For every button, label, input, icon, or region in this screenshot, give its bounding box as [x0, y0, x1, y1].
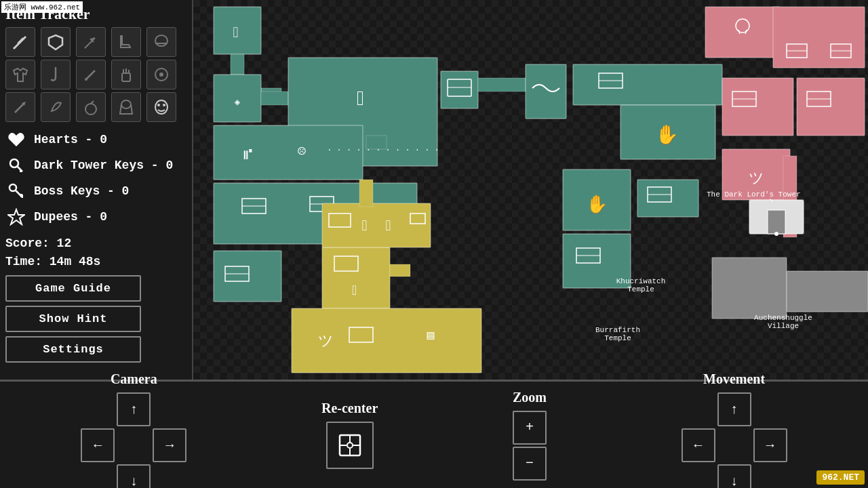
svg-text:☹: ☹ [298, 144, 306, 160]
svg-point-6 [85, 78, 87, 81]
heart-icon [5, 129, 27, 150]
svg-point-14 [85, 104, 96, 115]
svg-point-16 [121, 100, 131, 108]
svg-rect-78 [390, 264, 410, 277]
item-bomb[interactable] [76, 92, 106, 122]
dark-tower-keys-stat: Dark Tower Keys - 0 [5, 155, 186, 176]
burrafirth-label: Burrafirth [595, 326, 640, 334]
item-shield[interactable] [41, 27, 71, 57]
watermark-top: 乐游网 www.962.net [1, 1, 83, 13]
items-grid [5, 27, 186, 122]
svg-text:𓆙: 𓆙 [385, 218, 394, 235]
dark-tower-keys-label: Dark Tower Keys - 0 [34, 159, 173, 172]
svg-point-19 [163, 104, 165, 106]
svg-line-2 [85, 38, 95, 48]
zoom-label: Zoom [513, 390, 547, 405]
svg-rect-113 [712, 258, 787, 319]
svg-line-0 [14, 37, 26, 49]
svg-point-18 [157, 104, 160, 106]
boss-keys-stat: Boss Keys - 0 [5, 180, 186, 202]
zoom-control: Zoom + − [513, 390, 547, 481]
auchenshuggle-label: Auchenshuggle [754, 314, 812, 322]
recenter-label: Re-center [321, 401, 378, 416]
item-boots[interactable] [111, 27, 141, 57]
movement-right-button[interactable]: → [753, 428, 787, 462]
dark-tower-key-icon [5, 155, 27, 176]
svg-text:✋: ✋ [655, 123, 679, 146]
dupees-icon [5, 206, 27, 228]
camera-label: Camera [111, 371, 157, 387]
svg-text:𓆙: 𓆙 [361, 218, 370, 235]
show-hint-button[interactable]: Show Hint [5, 306, 141, 332]
zoom-in-button[interactable]: + [513, 411, 547, 445]
svg-marker-29 [8, 209, 24, 224]
svg-rect-114 [787, 271, 868, 312]
item-orb[interactable] [146, 60, 176, 89]
item-glove[interactable] [111, 60, 141, 89]
map-canvas: 𓆙 ◈ 𓆙 ⑈ ☹ [193, 0, 868, 380]
camera-up-button[interactable]: ↑ [117, 392, 151, 426]
movement-control: Movement ↑ ← → ↓ [682, 371, 787, 488]
dupees-stat: Dupees - 0 [5, 206, 186, 228]
svg-text:Temple: Temple [627, 285, 654, 293]
svg-rect-110 [768, 210, 785, 234]
svg-point-3 [155, 35, 167, 46]
svg-rect-40 [261, 92, 288, 105]
camera-right-button[interactable]: → [153, 428, 186, 462]
movement-down-button[interactable]: ↓ [717, 464, 751, 488]
item-shirt[interactable] [5, 60, 35, 89]
score-display: Score: 12 [5, 235, 186, 253]
svg-point-12 [159, 73, 163, 77]
svg-text:▤: ▤ [427, 329, 435, 342]
svg-rect-43 [441, 71, 478, 108]
svg-text:𓆙: 𓆙 [357, 88, 369, 111]
svg-rect-7 [122, 73, 130, 81]
movement-label: Movement [703, 371, 765, 387]
dark-lord-label: The Dark Lord's Tower [707, 190, 801, 199]
svg-text:𓆙: 𓆙 [233, 25, 241, 42]
svg-rect-46 [478, 78, 526, 92]
recenter-button[interactable] [326, 422, 374, 469]
item-dagger[interactable] [76, 60, 106, 89]
svg-rect-47 [526, 64, 566, 119]
item-armor[interactable] [111, 92, 141, 122]
item-axe[interactable] [5, 92, 35, 122]
recenter-control: Re-center [321, 401, 378, 469]
hearts-stat: Hearts - 0 [5, 129, 186, 150]
watermark-bottom-right: 962.NET [816, 470, 865, 485]
movement-left-button[interactable]: ← [682, 428, 715, 462]
time-display: Time: 14m 48s [5, 253, 186, 271]
svg-text:ツ: ツ [749, 171, 764, 188]
zoom-out-button[interactable]: − [513, 447, 547, 481]
svg-rect-89 [359, 180, 373, 207]
svg-line-15 [91, 101, 94, 104]
dupees-label: Dupees - 0 [34, 210, 107, 224]
score-time: Score: 12 Time: 14m 48s [5, 235, 186, 271]
hearts-label: Hearts - 0 [34, 133, 107, 146]
item-helm[interactable] [146, 27, 176, 57]
camera-down-button[interactable]: ↓ [117, 464, 151, 488]
movement-up-button[interactable]: ↑ [717, 392, 751, 426]
svg-line-13 [15, 103, 24, 113]
svg-rect-55 [366, 136, 387, 149]
svg-text:Village: Village [768, 322, 799, 330]
svg-text:✋: ✋ [586, 193, 608, 216]
boss-keys-label: Boss Keys - 0 [34, 184, 129, 198]
camera-dpad: ↑ ← → ↓ [81, 392, 186, 488]
svg-text:Temple: Temple [604, 334, 631, 342]
camera-left-button[interactable]: ← [81, 428, 115, 462]
item-sword[interactable] [5, 27, 35, 57]
svg-text:⑈: ⑈ [243, 147, 252, 164]
svg-text:◈: ◈ [235, 97, 241, 108]
svg-rect-48 [573, 64, 722, 105]
item-mask[interactable] [146, 92, 176, 122]
settings-button[interactable]: Settings [5, 336, 141, 363]
item-boomerang[interactable] [41, 92, 71, 122]
item-hook[interactable] [41, 60, 71, 89]
khucriwatch-label: Khucriwatch [616, 277, 666, 285]
game-guide-button[interactable]: Game Guide [5, 275, 141, 302]
map-area: 𓆙 ◈ 𓆙 ⑈ ☹ [193, 0, 868, 380]
camera-control: Camera ↑ ← → ↓ [81, 371, 186, 488]
item-arrow[interactable] [76, 27, 106, 57]
svg-text:ツ: ツ [318, 333, 334, 350]
